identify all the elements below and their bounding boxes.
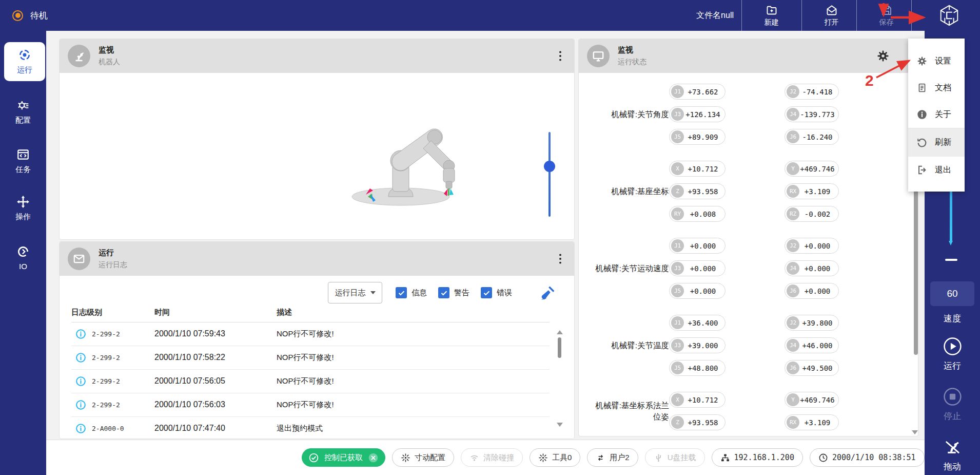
open-file-button[interactable]: 打开 bbox=[801, 0, 861, 31]
axis-value: +0.000 bbox=[684, 242, 722, 250]
statusbar-control-acquired-button[interactable]: 控制已获取 bbox=[302, 448, 385, 467]
axis-value: +93.958 bbox=[684, 419, 722, 427]
value-pill-z: Z +93.958 bbox=[669, 414, 726, 430]
log-filter-info-checkbox[interactable]: 信息 bbox=[396, 287, 427, 298]
log-table-row[interactable]: 2-A000-0 2000/1/10 07:47:40 退出预约模式 bbox=[71, 417, 550, 441]
log-scroll-down-button[interactable] bbox=[557, 423, 563, 427]
axis-value: +10.712 bbox=[684, 165, 722, 173]
menu-item-label: 关于 bbox=[935, 109, 951, 120]
stop-button[interactable]: 停止 bbox=[925, 387, 980, 422]
axis-value: +126.134 bbox=[684, 110, 722, 119]
speed-decrease-button[interactable] bbox=[945, 259, 957, 261]
app-logo-menu-button[interactable] bbox=[923, 2, 976, 29]
log-time: 2000/1/10 07:56:05 bbox=[154, 376, 225, 386]
network-icon bbox=[720, 453, 730, 463]
log-filter-warning-checkbox[interactable]: 警告 bbox=[438, 287, 469, 298]
value-pill-j6: J6 +49.500 bbox=[785, 360, 839, 376]
log-time: 2000/1/10 07:59:43 bbox=[154, 329, 225, 338]
sidebar-item-label: 操作 bbox=[15, 212, 31, 222]
log-filter-checkboxes: 信息 警告 错误 bbox=[396, 282, 512, 303]
robot-status: 待机 bbox=[12, 0, 48, 31]
axis-badge: Z bbox=[671, 185, 684, 198]
status-label: 待机 bbox=[30, 10, 48, 22]
value-pill-j2: J2 +0.000 bbox=[785, 238, 839, 254]
drag-mode-button[interactable]: 拖动 bbox=[925, 438, 980, 472]
axis-badge: J1 bbox=[671, 316, 684, 329]
statusbar-datetime-button[interactable]: 2000/1/10 08:38:51 bbox=[810, 448, 925, 467]
log-scroll-up-button[interactable] bbox=[557, 330, 563, 334]
log-table-body: 2-299-2 2000/1/10 07:59:43 NOP行不可修改! 2-2… bbox=[71, 322, 550, 441]
log-table-row[interactable]: 2-299-2 2000/1/10 07:56:05 NOP行不可修改! bbox=[71, 370, 550, 393]
statusbar-label: 控制已获取 bbox=[324, 453, 363, 463]
menu-item-label: 退出 bbox=[935, 165, 951, 176]
value-pill-j4: J4 +46.000 bbox=[785, 337, 839, 353]
axis-value: +48.800 bbox=[684, 364, 722, 372]
wifi-icon bbox=[469, 453, 479, 463]
axis-value: -0.002 bbox=[799, 210, 835, 218]
axis-value: +3.109 bbox=[799, 187, 835, 196]
value-pill-rx: RX +3.109 bbox=[785, 414, 839, 430]
axis-value: +36.400 bbox=[684, 319, 722, 327]
statusbar-usb-mount-button[interactable]: U盘挂载 bbox=[645, 448, 705, 467]
info-icon bbox=[75, 352, 86, 363]
save-file-button[interactable]: 保存 bbox=[856, 0, 916, 31]
view-zoom-slider-track[interactable] bbox=[548, 132, 551, 217]
kebab-menu-icon[interactable] bbox=[554, 252, 567, 265]
kebab-menu-icon[interactable] bbox=[554, 49, 567, 63]
value-pill-x: X +10.712 bbox=[669, 161, 726, 177]
menu-item-settings[interactable]: 设置 bbox=[908, 48, 965, 74]
stop-button-label: 停止 bbox=[944, 410, 961, 422]
log-type-value: 运行日志 bbox=[335, 288, 366, 298]
status-scroll-down-button[interactable] bbox=[912, 430, 918, 434]
statusbar-jog-config-button[interactable]: 寸动配置 bbox=[392, 448, 454, 467]
statusbar-tool-button[interactable]: 工具0 bbox=[530, 448, 580, 467]
task-window-icon bbox=[16, 148, 30, 161]
log-filter-error-checkbox[interactable]: 错误 bbox=[481, 287, 512, 298]
value-pill-j1: J1 +73.662 bbox=[669, 84, 726, 100]
statusbar-label: 寸动配置 bbox=[415, 453, 445, 463]
sidebar-item-io[interactable]: IO bbox=[0, 245, 46, 271]
checkbox-checked-icon bbox=[396, 287, 407, 298]
status-settings-gear-icon[interactable] bbox=[876, 49, 890, 63]
statusbar-items: 控制已获取 寸动配置 清除碰撞 工具0 用户2 U盘挂载 bbox=[302, 448, 925, 467]
menu-item-about[interactable]: 关于 bbox=[908, 101, 965, 128]
chevron-down-icon bbox=[370, 291, 376, 294]
run-button[interactable]: 运行 bbox=[925, 337, 980, 372]
value-pill-j3: J3 +126.134 bbox=[669, 106, 726, 122]
log-table-row[interactable]: 2-299-2 2000/1/10 07:58:22 NOP行不可修改! bbox=[71, 346, 550, 370]
gear-list-icon bbox=[16, 99, 30, 112]
statusbar-user-button[interactable]: 用户2 bbox=[587, 448, 638, 467]
sidebar-item-config[interactable]: 配置 bbox=[0, 99, 46, 125]
robot-3d-view[interactable] bbox=[339, 88, 514, 216]
view-zoom-slider-handle[interactable] bbox=[544, 161, 555, 172]
sidebar-item-run[interactable]: 运行 bbox=[4, 42, 45, 81]
logout-icon bbox=[916, 164, 928, 176]
value-pill-x: X +10.712 bbox=[669, 392, 726, 408]
statusbar-clear-collision-button[interactable]: 清除碰撞 bbox=[461, 448, 523, 467]
checkbox-label: 警告 bbox=[454, 288, 469, 298]
menu-item-refresh[interactable]: 刷新 bbox=[908, 128, 965, 157]
stop-circle-icon bbox=[943, 387, 962, 406]
menu-item-documentation[interactable]: 文档 bbox=[908, 74, 965, 101]
sidebar-item-operate[interactable]: 操作 bbox=[0, 195, 46, 222]
app-menu: 设置 文档 关于 刷新 退出 bbox=[908, 39, 965, 192]
monitor-icon bbox=[587, 45, 610, 67]
topbar: 待机 文件名null 新建 打开 保存 bbox=[0, 0, 980, 31]
log-type-dropdown[interactable]: 运行日志 bbox=[328, 282, 382, 303]
new-file-button[interactable]: 新建 bbox=[741, 0, 801, 31]
info-icon bbox=[75, 376, 86, 387]
log-scrollbar-thumb[interactable] bbox=[558, 337, 561, 358]
axis-badge: J6 bbox=[787, 362, 799, 374]
menu-item-exit[interactable]: 退出 bbox=[908, 157, 965, 183]
axis-badge: J3 bbox=[671, 339, 684, 352]
log-table-row[interactable]: 2-299-2 2000/1/10 07:59:43 NOP行不可修改! bbox=[71, 322, 550, 346]
log-table-row[interactable]: 2-299-2 2000/1/10 07:56:03 NOP行不可修改! bbox=[71, 393, 550, 417]
status-group: 机械臂:关节运动速度 J1 +0.000 J2 +0.000 J3 +0.000… bbox=[579, 238, 918, 299]
axis-value: +469.746 bbox=[799, 396, 835, 404]
status-group-pills: X +10.712 Y +469.746 Z +93.958 RX +3.109 bbox=[669, 392, 839, 430]
statusbar-ip-address-button[interactable]: 192.168.1.200 bbox=[712, 448, 803, 467]
close-circle-icon[interactable] bbox=[368, 452, 379, 463]
clear-log-button[interactable] bbox=[539, 284, 557, 301]
left-nav: 运行 配置 任务 操作 IO bbox=[0, 31, 46, 475]
sidebar-item-task[interactable]: 任务 bbox=[0, 148, 46, 175]
